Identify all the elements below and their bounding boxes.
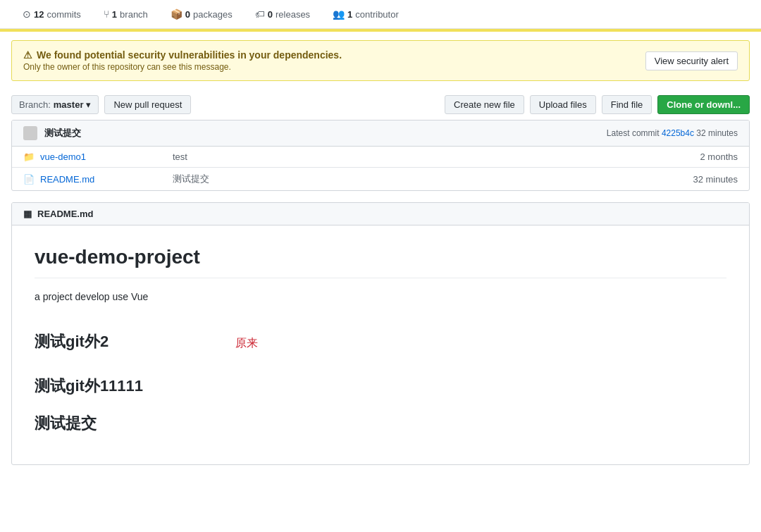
releases-icon: 🏷 [255,8,265,20]
branches-stat[interactable]: ⑂ 1 branch [92,6,159,23]
readme-header-label: README.md [37,209,93,219]
file-time: 32 minutes [693,174,738,185]
readme-description: a project develop use Vue [35,290,726,304]
readme-body: vue-demo-project a project develop use V… [12,225,749,464]
branch-name: master [54,99,84,110]
commits-stat[interactable]: ⊙ 12 commits [11,6,92,23]
readme-title: vue-demo-project [35,242,726,278]
branches-label: branch [120,9,148,20]
view-security-button[interactable]: View security alert [645,51,738,70]
readme-aside-1: 原来 [235,335,258,352]
file-commit-message: test [167,151,700,162]
file-icon: 📄 [23,174,35,185]
warning-icon: ⚠ [23,49,32,61]
commit-hash[interactable]: 4225b4c [662,128,694,138]
new-pull-request-button[interactable]: New pull request [104,95,191,114]
readme-h2-2: 测试git外11111 [35,374,726,397]
folder-name[interactable]: vue-demo1 [40,151,167,162]
readme-section: ▦ README.md vue-demo-project a project d… [11,202,750,465]
security-banner-subtitle: Only the owner of this repository can se… [23,62,342,72]
readme-h2-row-1: 测试git外2 原来 [35,316,726,360]
branches-count: 1 [112,9,117,20]
contributors-icon: 👥 [333,8,345,20]
commits-count: 12 [34,9,44,20]
file-name[interactable]: README.md [40,174,167,185]
find-file-button[interactable]: Find file [602,95,652,114]
file-table-header: 测试提交 Latest commit 4225b4c 32 minutes [12,120,749,147]
contributors-label: contributor [355,9,398,20]
packages-stat[interactable]: 📦 0 packages [159,6,244,23]
toolbar: Branch: master ▾ New pull request Create… [0,89,761,120]
packages-label: packages [193,9,233,20]
latest-commit-info: Latest commit 4225b4c 32 minutes [607,128,738,138]
readme-h2-3: 测试提交 [35,412,726,435]
file-table: 测试提交 Latest commit 4225b4c 32 minutes 📁v… [11,120,750,191]
latest-commit-label: Latest commit [607,128,660,138]
packages-count: 0 [185,9,190,20]
releases-label: releases [276,9,310,20]
create-new-file-button[interactable]: Create new file [445,95,524,114]
clone-button[interactable]: Clone or downl... [657,95,750,114]
chevron-down-icon: ▾ [86,99,91,110]
commits-label: commits [47,9,80,20]
security-banner-title: ⚠ We found potential security vulnerabil… [23,49,342,61]
table-row: 📄README.md测试提交32 minutes [12,168,749,190]
folder-icon: 📁 [23,151,35,162]
file-time: 2 months [700,151,738,162]
branch-selector[interactable]: Branch: master ▾ [11,95,99,114]
latest-commit-message: 测试提交 [44,127,81,140]
commits-icon: ⊙ [23,8,31,20]
security-banner-content: ⚠ We found potential security vulnerabil… [23,49,342,72]
contributors-count: 1 [347,9,352,20]
language-bar [0,29,761,32]
upload-files-button[interactable]: Upload files [530,95,596,114]
releases-stat[interactable]: 🏷 0 releases [244,6,321,23]
table-row: 📁vue-demo1test2 months [12,147,749,168]
file-commit-message: 测试提交 [167,173,693,185]
packages-icon: 📦 [171,8,182,20]
branch-label-text: Branch: [19,99,51,110]
branch-icon: ⑂ [104,8,109,20]
commit-time: 32 minutes [696,128,738,138]
releases-count: 0 [268,9,273,20]
avatar [23,126,37,140]
stats-bar: ⊙ 12 commits ⑂ 1 branch 📦 0 packages 🏷 0… [0,0,761,29]
readme-header: ▦ README.md [12,203,749,225]
toolbar-right: Create new file Upload files Find file C… [445,95,750,114]
contributors-stat[interactable]: 👥 1 contributor [321,6,410,23]
readme-h2-1: 测试git外2 [35,330,109,353]
readme-table-icon: ▦ [23,209,32,219]
security-banner: ⚠ We found potential security vulnerabil… [11,40,750,81]
